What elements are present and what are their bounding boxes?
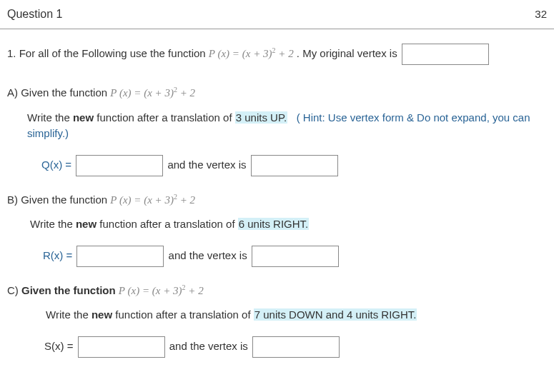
part-a-vertex-input[interactable] [251,155,338,176]
part-c-write-bold: new [91,308,112,321]
part-a-vertex-label: and the vertex is [167,158,249,170]
part-c-vertex-input[interactable] [252,336,340,358]
part-a-translation: 3 units UP. [235,111,287,124]
part-c-write-prefix: Write the [46,308,91,321]
part-a-write-suffix: function after a translation of [94,111,235,124]
part-c: C) Given the function P (x) = (x + 3)2 +… [7,283,547,358]
part-a: A) Given the function P (x) = (x + 3)2 +… [7,85,547,176]
s-prefix: S(x) = [44,339,76,351]
part-c-lead-text: C) [7,284,21,296]
part-b-answer-row: R(x) = and the vertex is [7,246,547,267]
part-b-instruction: Write the new function after a translati… [7,216,547,233]
rx-input[interactable] [76,246,164,267]
part-a-instruction: Write the new function after a translati… [7,110,547,142]
part-b-write-suffix: function after a translation of [97,218,238,230]
intro-row: 1. For all of the Following use the func… [7,44,547,65]
part-c-lead-bold: Given the function [21,284,119,296]
part-b-lead-text: B) Given the function [7,194,110,206]
question-points: 32 [535,6,547,23]
part-a-write-bold: new [73,111,94,124]
question-title: Question 1 [7,6,62,23]
part-b-translation: 6 units RIGHT. [238,218,310,230]
part-b-write-prefix: Write the [30,218,76,230]
part-c-formula: P (x) = (x + 3)2 + 2 [119,285,204,296]
part-a-formula: P (x) = (x + 3)2 + 2 [110,87,195,99]
qx-input[interactable] [76,155,163,176]
original-vertex-input[interactable] [402,44,489,65]
q-prefix: Q(x) = [41,158,74,170]
question-content: 1. For all of the Following use the func… [0,29,554,381]
part-b-vertex-label: and the vertex is [169,248,250,261]
part-c-translation: 7 units DOWN and 4 units RIGHT. [254,308,417,321]
r-prefix: R(x) = [43,248,75,261]
question-header: Question 1 32 [0,0,554,29]
part-b-formula: P (x) = (x + 3)2 + 2 [110,194,195,206]
part-a-lead: A) Given the function P (x) = (x + 3)2 +… [7,85,547,101]
part-c-write-suffix: function after a translation of [112,308,254,321]
part-b: B) Given the function P (x) = (x + 3)2 +… [7,192,547,267]
part-c-vertex-label: and the vertex is [169,339,251,351]
part-c-lead: C) Given the function P (x) = (x + 3)2 +… [7,283,547,299]
part-a-write-prefix: Write the [27,111,73,124]
intro-suffix: . My original vertex is [297,47,400,59]
part-c-instruction: Write the new function after a translati… [7,307,547,323]
part-a-answer-row: Q(x) = and the vertex is [7,155,547,176]
intro-formula: P (x) = (x + 3)2 + 2 [209,48,294,59]
part-b-lead: B) Given the function P (x) = (x + 3)2 +… [7,192,547,208]
part-a-lead-text: A) Given the function [7,86,110,99]
part-c-answer-row: S(x) = and the vertex is [7,336,547,358]
part-b-write-bold: new [76,218,97,230]
sx-input[interactable] [78,336,165,358]
intro-prefix: 1. For all of the Following use the func… [7,47,209,59]
part-b-vertex-input[interactable] [252,246,339,267]
